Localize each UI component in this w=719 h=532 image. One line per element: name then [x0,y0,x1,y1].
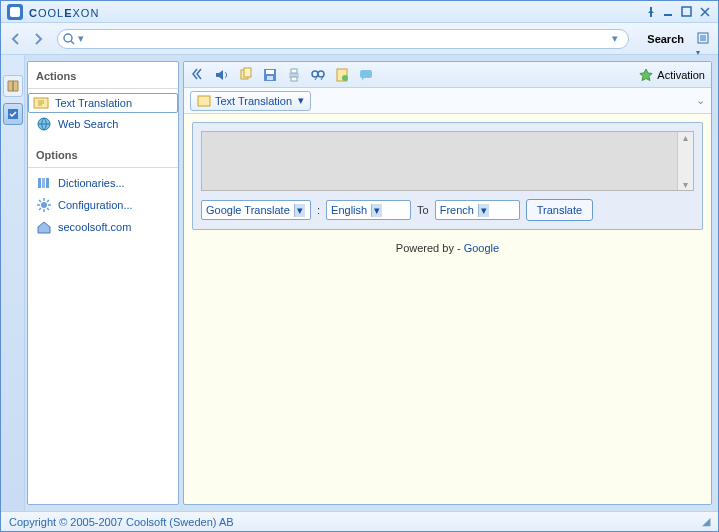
rail-tab-tools[interactable] [3,103,23,125]
svg-point-10 [41,202,47,208]
svg-rect-18 [291,77,297,81]
dropdown-icon: ▾ [478,204,489,217]
sidebar-item-web-search[interactable]: Web Search [28,113,178,135]
sidebar-item-label: Web Search [58,118,118,130]
scroll-up-icon[interactable]: ▴ [683,132,688,143]
search-button[interactable]: Search [647,33,684,45]
sidebar-item-label: Configuration... [58,199,133,211]
powered-prefix: Powered by - [396,242,464,254]
svg-point-20 [318,71,324,77]
back-small-button[interactable] [190,67,206,83]
titlebar: COOLEXON [1,1,718,23]
options-menu-button[interactable]: ▾ [696,31,712,47]
dropdown-icon: ▾ [371,204,382,217]
sidebar-heading-options: Options [28,145,178,168]
translation-icon [197,94,211,108]
app-window: COOLEXON ▾ ▾ Search ▾ Actions Text T [0,0,719,532]
translate-panel: ▴▾ Google Translate▾ : English▾ To Frenc… [192,122,703,230]
sidebar-item-label: Dictionaries... [58,177,125,189]
sidebar-item-dictionaries[interactable]: Dictionaries... [28,172,178,194]
star-icon [639,68,653,82]
svg-rect-17 [291,69,297,73]
sidebar-item-text-translation[interactable]: Text Translation [28,93,178,113]
svg-rect-1 [682,7,691,16]
tab-row: Text Translation ▾ ⌄ [184,88,711,114]
svg-rect-7 [38,178,41,188]
pin-icon[interactable] [644,5,658,19]
tab-label: Text Translation [215,95,292,107]
svg-rect-23 [360,70,372,78]
from-lang-value: English [331,204,367,216]
search-input[interactable] [90,31,612,47]
svg-rect-15 [267,76,273,80]
back-button[interactable] [7,30,25,48]
main-panel: ▾ Activation Text Translation ▾ [183,61,712,505]
separator-colon: : [317,204,320,216]
resize-grip-icon[interactable]: ◢ [702,515,710,528]
main-toolbar: ▾ Activation [184,62,711,88]
save-icon[interactable] [262,67,278,83]
sidebar-item-configuration[interactable]: Configuration... [28,194,178,216]
sound-icon[interactable]: ▾ [214,67,230,83]
svg-rect-0 [664,14,672,16]
books-icon [36,175,52,191]
search-scope-dropdown[interactable]: ▾ [78,32,90,45]
chat-icon[interactable] [358,67,374,83]
powered-by: Powered by - Google [184,238,711,256]
expand-chevron-icon[interactable]: ⌄ [696,94,705,107]
title-seg: E [64,7,72,19]
find-icon[interactable] [310,67,326,83]
translate-controls: Google Translate▾ : English▾ To French▾ … [201,199,694,221]
title-seg: OOL [38,7,64,19]
from-lang-select[interactable]: English▾ [326,200,411,220]
sidebar-item-site[interactable]: secoolsoft.com [28,216,178,238]
translate-button[interactable]: Translate [526,199,593,221]
maximize-button[interactable] [680,5,694,19]
svg-rect-14 [266,70,274,74]
svg-point-19 [312,71,318,77]
home-icon [36,219,52,235]
title-seg: XON [73,7,100,19]
dropdown-icon: ▾ [294,204,305,217]
svg-rect-12 [244,68,251,77]
note-icon[interactable] [334,67,350,83]
globe-icon [36,116,52,132]
translate-textarea[interactable]: ▴▾ [201,131,694,191]
svg-rect-8 [42,178,45,188]
powered-link[interactable]: Google [464,242,499,254]
svg-rect-24 [198,96,210,106]
close-button[interactable] [698,5,712,19]
to-lang-value: French [440,204,474,216]
app-title: COOLEXON [29,3,99,20]
search-box[interactable]: ▾ ▾ [57,29,629,49]
title-seg: C [29,7,38,19]
app-logo-icon [7,4,23,20]
tab-dropdown-icon[interactable]: ▾ [298,94,304,107]
engine-value: Google Translate [206,204,290,216]
gear-icon [36,197,52,213]
minimize-button[interactable] [662,5,676,19]
sidebar-heading-actions: Actions [28,66,178,89]
print-icon[interactable] [286,67,302,83]
statusbar: Copyright © 2005-2007 Coolsoft (Sweden) … [1,511,718,531]
scrollbar[interactable]: ▴▾ [677,132,693,190]
translation-icon [33,95,49,111]
scroll-down-icon[interactable]: ▾ [683,179,688,190]
engine-select[interactable]: Google Translate▾ [201,200,311,220]
rail-tab-dictionary[interactable] [3,75,23,97]
left-rail [1,55,25,511]
tab-text-translation[interactable]: Text Translation ▾ [190,91,311,111]
activation-link[interactable]: Activation [639,68,705,82]
search-icon [62,32,76,46]
body: Actions Text Translation Web Search Opti… [1,55,718,511]
forward-button[interactable] [29,30,47,48]
to-label: To [417,204,429,216]
navbar: ▾ ▾ Search ▾ [1,23,718,55]
copy-icon[interactable] [238,67,254,83]
to-lang-select[interactable]: French▾ [435,200,520,220]
search-history-dropdown[interactable]: ▾ [612,32,624,45]
copyright-text: Copyright © 2005-2007 Coolsoft (Sweden) … [9,516,234,528]
sidebar: Actions Text Translation Web Search Opti… [27,61,179,505]
sidebar-item-label: Text Translation [55,97,132,109]
activation-label: Activation [657,69,705,81]
